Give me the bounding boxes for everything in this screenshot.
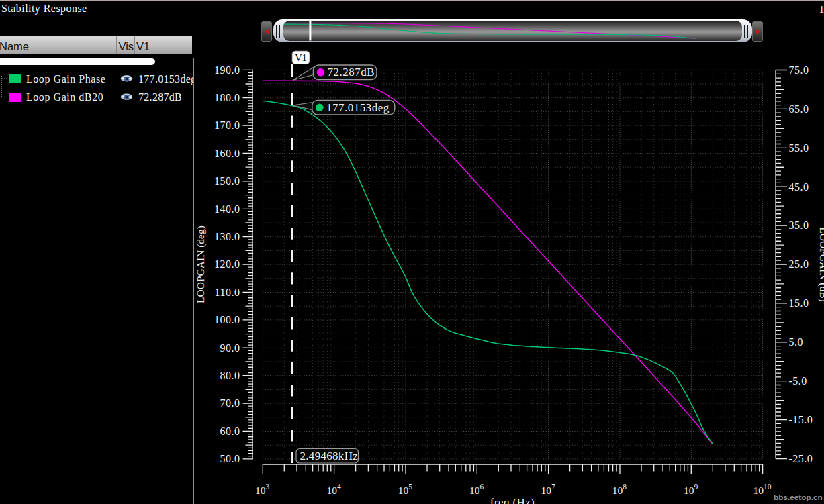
svg-text:130.0: 130.0 (214, 231, 240, 242)
svg-text:140.0: 140.0 (214, 203, 240, 215)
svg-text:LOOPGAIN (deg): LOOPGAIN (deg) (195, 225, 207, 303)
svg-text:72.287dB: 72.287dB (328, 66, 375, 79)
svg-text:120.0: 120.0 (214, 258, 240, 270)
svg-text:-15.0: -15.0 (789, 414, 813, 425)
svg-text:75.0: 75.0 (789, 64, 809, 76)
svg-text:108: 108 (612, 483, 627, 496)
svg-text:Stability Response: Stability Response (1, 3, 87, 15)
svg-text:35.0: 35.0 (789, 219, 809, 231)
svg-text:70.0: 70.0 (220, 397, 240, 409)
svg-text:50.0: 50.0 (220, 453, 240, 464)
svg-text:109: 109 (684, 483, 698, 496)
svg-text:160.0: 160.0 (214, 148, 240, 159)
svg-text:106: 106 (469, 483, 484, 496)
svg-text:104: 104 (326, 483, 341, 496)
svg-text:bbs.eetop.cn: bbs.eetop.cn (774, 493, 823, 502)
svg-text:V1: V1 (136, 40, 150, 52)
svg-text:1010: 1010 (753, 483, 771, 496)
svg-text:170.0: 170.0 (214, 119, 240, 131)
svg-text:45.0: 45.0 (789, 181, 809, 193)
svg-text:Vis: Vis (119, 40, 134, 52)
svg-text:190.0: 190.0 (214, 64, 240, 76)
svg-text:90.0: 90.0 (220, 342, 240, 354)
svg-text:freq (Hz): freq (Hz) (490, 496, 535, 504)
svg-text:180.0: 180.0 (214, 92, 240, 103)
svg-text:103: 103 (255, 483, 270, 496)
svg-text:177.0153deg: 177.0153deg (138, 73, 196, 85)
svg-text:177.0153deg: 177.0153deg (326, 101, 390, 114)
svg-text:5.0: 5.0 (789, 336, 804, 348)
svg-text:105: 105 (398, 483, 413, 496)
svg-text:100.0: 100.0 (214, 314, 240, 325)
svg-text:72.287dB: 72.287dB (138, 91, 182, 103)
svg-text:Name: Name (0, 40, 29, 52)
svg-text:107: 107 (541, 483, 555, 496)
svg-text:1: 1 (819, 3, 824, 15)
svg-text:65.0: 65.0 (789, 103, 809, 115)
svg-text:150.0: 150.0 (214, 175, 240, 187)
svg-text:15.0: 15.0 (789, 297, 809, 309)
svg-text:Loop Gain dB20: Loop Gain dB20 (26, 91, 103, 103)
svg-text:110.0: 110.0 (215, 287, 240, 298)
svg-text:2.49468kHz: 2.49468kHz (300, 450, 359, 462)
svg-text:55.0: 55.0 (789, 142, 809, 154)
svg-text:V1: V1 (295, 52, 307, 63)
svg-text:-5.0: -5.0 (789, 375, 807, 387)
svg-text:80.0: 80.0 (220, 370, 240, 381)
svg-text:LOOPGAIN (dB): LOOPGAIN (dB) (817, 227, 824, 302)
svg-text:60.0: 60.0 (220, 425, 240, 437)
svg-text:25.0: 25.0 (789, 258, 809, 270)
svg-text:Loop Gain Phase: Loop Gain Phase (26, 73, 105, 85)
svg-text:-25.0: -25.0 (789, 453, 813, 464)
